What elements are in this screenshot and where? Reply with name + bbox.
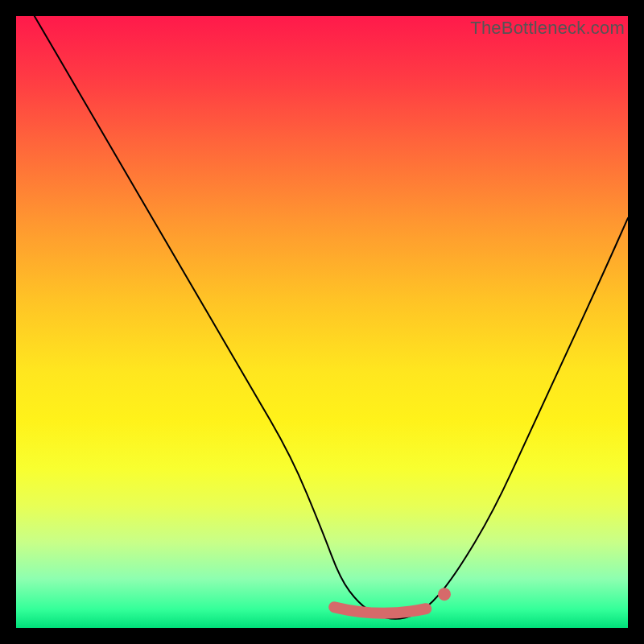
bottleneck-curve — [16, 16, 628, 628]
chart-frame: TheBottleneck.com — [0, 0, 644, 644]
svg-point-0 — [438, 588, 451, 601]
